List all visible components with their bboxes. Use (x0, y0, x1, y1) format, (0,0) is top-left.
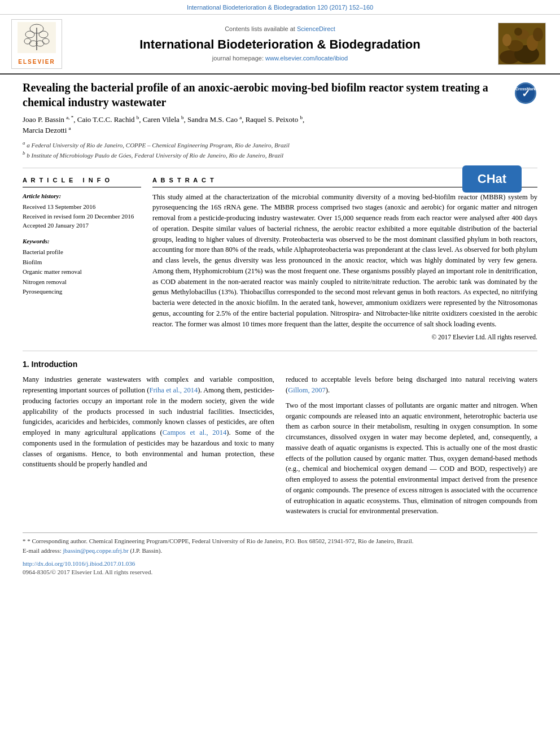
article-title-section: Revealing the bacterial profile of an an… (23, 80, 537, 110)
doi-link[interactable]: http://dx.doi.org/10.1016/j.ibiod.2017.0… (23, 560, 135, 568)
affiliation-b: b Institute of Microbiology Paulo de Góe… (27, 152, 283, 159)
article-history-label: Article history: (23, 192, 141, 200)
intro-para-1: Many industries generate wastewaters wit… (23, 374, 274, 470)
elsevier-box: ELSEVIER (11, 19, 62, 68)
keyword-5: Pyrosequencing (23, 287, 141, 297)
copyright: © 2017 Elsevier Ltd. All rights reserved… (152, 333, 537, 342)
section-title: 1. Introduction (23, 359, 537, 370)
homepage-label: journal homepage: (212, 55, 264, 62)
divider-2 (23, 351, 537, 351)
chat-label: CHat (478, 171, 506, 188)
keyword-3: Organic matter removal (23, 267, 141, 277)
footnote-email: E-mail address: jbassin@peq.coppe.ufrj.b… (23, 546, 537, 556)
svg-point-14 (502, 34, 511, 46)
right-column: A B S T R A C T This study aimed at the … (152, 176, 537, 342)
revised-date: Received in revised form 20 December 201… (23, 212, 141, 221)
gillom-ref[interactable]: Gillom, 2007 (288, 386, 326, 394)
keywords: Keywords: Bacterial profile Biofilm Orga… (23, 237, 141, 297)
main-content: Revealing the bacterial profile of an an… (0, 75, 560, 588)
intro-two-col: Many industries generate wastewaters wit… (23, 374, 537, 521)
intro-right: reduced to acceptable levels before bein… (286, 374, 537, 521)
article-info-abstract: A R T I C L E I N F O Article history: R… (23, 176, 537, 342)
divider-1 (23, 168, 537, 168)
elsevier-label: ELSEVIER (14, 58, 59, 66)
article-history: Article history: Received 13 September 2… (23, 192, 141, 230)
svg-point-17 (514, 28, 522, 36)
crossmark-icon[interactable]: ✓ CrossMark (515, 82, 536, 104)
email-label: E-mail address: (23, 547, 62, 554)
email-link[interactable]: jbassin@peq.coppe.ufrj.br (63, 547, 128, 554)
keyword-1: Bacterial profile (23, 247, 141, 257)
sciencedirect-link: Contents lists available at ScienceDirec… (68, 25, 492, 33)
section-name: Introduction (32, 360, 78, 369)
journal-top-bar: International Biodeterioration & Biodegr… (0, 0, 560, 15)
svg-text:CrossMark: CrossMark (515, 87, 536, 91)
svg-point-16 (533, 28, 543, 41)
sciencedirect-anchor[interactable]: ScienceDirect (297, 25, 335, 32)
elsevier-logo-container: ELSEVIER (11, 19, 62, 68)
keyword-4: Nitrogen removal (23, 277, 141, 287)
section-number: 1. (23, 360, 29, 369)
intro-para-2: reduced to acceptable levels before bein… (286, 374, 537, 396)
abstract-text: This study aimed at the characterization… (152, 192, 537, 343)
introduction-section: 1. Introduction Many industries generate… (23, 359, 537, 521)
journal-homepage: journal homepage: www.elsevier.com/locat… (68, 54, 492, 63)
footnote-text-content: * Corresponding author. Chemical Enginee… (27, 538, 413, 544)
accepted-date: Accepted 20 January 2017 (23, 221, 141, 230)
intro-left: Many industries generate wastewaters wit… (23, 374, 274, 521)
affiliation-a: a Federal University of Rio de Janeiro, … (27, 142, 290, 148)
left-column: A R T I C L E I N F O Article history: R… (23, 176, 141, 342)
contents-label: Contents lists available at (225, 25, 295, 32)
journal-center: Contents lists available at ScienceDirec… (62, 25, 498, 63)
journal-cover-image (498, 23, 549, 65)
issn-text: 0964-8305/© 2017 Elsevier Ltd. All right… (23, 568, 537, 576)
keywords-label: Keywords: (23, 237, 141, 246)
homepage-url[interactable]: www.elsevier.com/locate/ibiod (265, 55, 348, 62)
keyword-2: Biofilm (23, 257, 141, 268)
article-info-header: A R T I C L E I N F O (23, 176, 141, 187)
footnote-star: * (23, 538, 27, 544)
abstract-paragraph: This study aimed at the characterization… (152, 192, 537, 330)
journal-header: ELSEVIER Contents lists available at Sci… (0, 15, 560, 74)
authors: Joao P. Bassin a, *, Caio T.C.C. Rachid … (23, 114, 537, 137)
campos-ref[interactable]: Campos et al., 2014 (163, 429, 227, 436)
footnote-corresponding: * * Corresponding author. Chemical Engin… (23, 536, 537, 546)
journal-title: International Biodeterioration & Biodegr… (68, 36, 492, 54)
journal-citation: International Biodeterioration & Biodegr… (187, 4, 373, 11)
friha-ref[interactable]: Friha et al., 2014 (149, 386, 198, 394)
article-title: Revealing the bacterial profile of an an… (23, 80, 509, 110)
email-note: (J.P. Bassin). (130, 547, 162, 554)
cover-image (498, 23, 546, 65)
crossmark-container[interactable]: ✓ CrossMark (515, 82, 537, 104)
intro-para-3: Two of the most important classes of pol… (286, 400, 537, 517)
affiliations: a a Federal University of Rio de Janeiro… (23, 139, 537, 160)
received-date: Received 13 September 2016 (23, 202, 141, 212)
elsevier-tree-icon (18, 22, 56, 53)
footnote-section: * * Corresponding author. Chemical Engin… (23, 532, 537, 577)
footer-links: http://dx.doi.org/10.1016/j.ibiod.2017.0… (23, 560, 537, 568)
chat-button[interactable]: CHat (462, 165, 522, 193)
